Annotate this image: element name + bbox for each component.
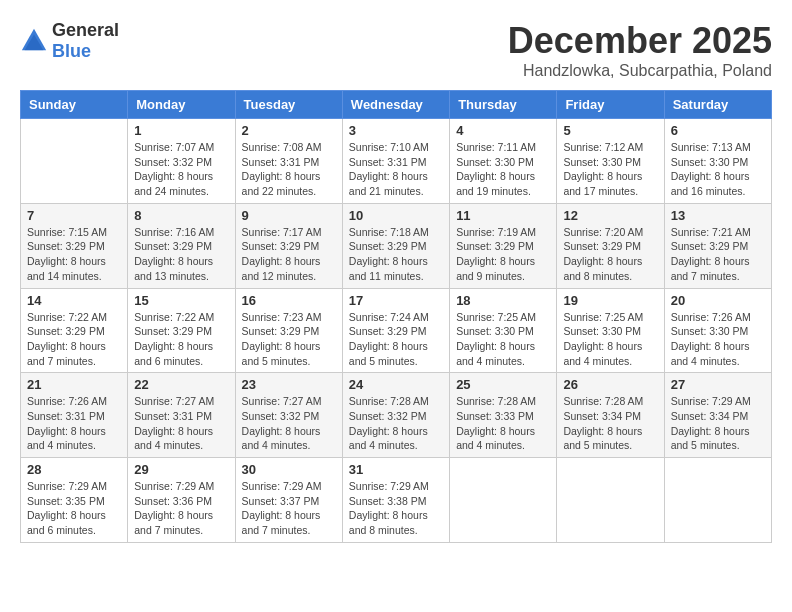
calendar-cell: 26Sunrise: 7:28 AMSunset: 3:34 PMDayligh… [557, 373, 664, 458]
day-number: 5 [563, 123, 657, 138]
calendar-cell [557, 458, 664, 543]
day-number: 16 [242, 293, 336, 308]
day-number: 30 [242, 462, 336, 477]
day-info: Sunrise: 7:29 AMSunset: 3:35 PMDaylight:… [27, 479, 121, 538]
day-info: Sunrise: 7:18 AMSunset: 3:29 PMDaylight:… [349, 225, 443, 284]
day-number: 24 [349, 377, 443, 392]
day-info: Sunrise: 7:27 AMSunset: 3:32 PMDaylight:… [242, 394, 336, 453]
day-number: 29 [134, 462, 228, 477]
calendar-cell: 28Sunrise: 7:29 AMSunset: 3:35 PMDayligh… [21, 458, 128, 543]
logo-icon [20, 27, 48, 55]
day-number: 20 [671, 293, 765, 308]
logo-text: General Blue [52, 20, 119, 62]
day-info: Sunrise: 7:07 AMSunset: 3:32 PMDaylight:… [134, 140, 228, 199]
day-number: 25 [456, 377, 550, 392]
day-number: 28 [27, 462, 121, 477]
day-number: 7 [27, 208, 121, 223]
day-number: 9 [242, 208, 336, 223]
day-info: Sunrise: 7:26 AMSunset: 3:31 PMDaylight:… [27, 394, 121, 453]
day-number: 13 [671, 208, 765, 223]
day-info: Sunrise: 7:20 AMSunset: 3:29 PMDaylight:… [563, 225, 657, 284]
day-info: Sunrise: 7:24 AMSunset: 3:29 PMDaylight:… [349, 310, 443, 369]
calendar-cell: 25Sunrise: 7:28 AMSunset: 3:33 PMDayligh… [450, 373, 557, 458]
calendar-cell: 17Sunrise: 7:24 AMSunset: 3:29 PMDayligh… [342, 288, 449, 373]
col-header-tuesday: Tuesday [235, 91, 342, 119]
location: Handzlowka, Subcarpathia, Poland [508, 62, 772, 80]
calendar-cell: 10Sunrise: 7:18 AMSunset: 3:29 PMDayligh… [342, 203, 449, 288]
day-number: 22 [134, 377, 228, 392]
calendar-cell: 30Sunrise: 7:29 AMSunset: 3:37 PMDayligh… [235, 458, 342, 543]
day-number: 21 [27, 377, 121, 392]
calendar-cell: 21Sunrise: 7:26 AMSunset: 3:31 PMDayligh… [21, 373, 128, 458]
day-number: 15 [134, 293, 228, 308]
day-info: Sunrise: 7:15 AMSunset: 3:29 PMDaylight:… [27, 225, 121, 284]
calendar-cell: 7Sunrise: 7:15 AMSunset: 3:29 PMDaylight… [21, 203, 128, 288]
calendar-cell: 5Sunrise: 7:12 AMSunset: 3:30 PMDaylight… [557, 119, 664, 204]
day-number: 1 [134, 123, 228, 138]
calendar-cell: 4Sunrise: 7:11 AMSunset: 3:30 PMDaylight… [450, 119, 557, 204]
page-header: General Blue December 2025 Handzlowka, S… [20, 20, 772, 80]
day-number: 18 [456, 293, 550, 308]
col-header-sunday: Sunday [21, 91, 128, 119]
day-info: Sunrise: 7:08 AMSunset: 3:31 PMDaylight:… [242, 140, 336, 199]
calendar-cell: 11Sunrise: 7:19 AMSunset: 3:29 PMDayligh… [450, 203, 557, 288]
day-info: Sunrise: 7:27 AMSunset: 3:31 PMDaylight:… [134, 394, 228, 453]
day-info: Sunrise: 7:28 AMSunset: 3:33 PMDaylight:… [456, 394, 550, 453]
calendar-cell: 27Sunrise: 7:29 AMSunset: 3:34 PMDayligh… [664, 373, 771, 458]
day-number: 26 [563, 377, 657, 392]
day-info: Sunrise: 7:28 AMSunset: 3:34 PMDaylight:… [563, 394, 657, 453]
calendar-cell: 1Sunrise: 7:07 AMSunset: 3:32 PMDaylight… [128, 119, 235, 204]
calendar-cell: 16Sunrise: 7:23 AMSunset: 3:29 PMDayligh… [235, 288, 342, 373]
calendar-cell: 14Sunrise: 7:22 AMSunset: 3:29 PMDayligh… [21, 288, 128, 373]
calendar-cell: 31Sunrise: 7:29 AMSunset: 3:38 PMDayligh… [342, 458, 449, 543]
day-info: Sunrise: 7:22 AMSunset: 3:29 PMDaylight:… [27, 310, 121, 369]
title-block: December 2025 Handzlowka, Subcarpathia, … [508, 20, 772, 80]
calendar-cell: 6Sunrise: 7:13 AMSunset: 3:30 PMDaylight… [664, 119, 771, 204]
day-info: Sunrise: 7:12 AMSunset: 3:30 PMDaylight:… [563, 140, 657, 199]
day-number: 17 [349, 293, 443, 308]
calendar-cell [21, 119, 128, 204]
calendar-cell: 15Sunrise: 7:22 AMSunset: 3:29 PMDayligh… [128, 288, 235, 373]
calendar-cell: 13Sunrise: 7:21 AMSunset: 3:29 PMDayligh… [664, 203, 771, 288]
day-number: 2 [242, 123, 336, 138]
day-info: Sunrise: 7:21 AMSunset: 3:29 PMDaylight:… [671, 225, 765, 284]
logo-blue: Blue [52, 41, 91, 61]
col-header-friday: Friday [557, 91, 664, 119]
day-info: Sunrise: 7:13 AMSunset: 3:30 PMDaylight:… [671, 140, 765, 199]
calendar-cell: 12Sunrise: 7:20 AMSunset: 3:29 PMDayligh… [557, 203, 664, 288]
calendar-cell: 24Sunrise: 7:28 AMSunset: 3:32 PMDayligh… [342, 373, 449, 458]
day-number: 11 [456, 208, 550, 223]
calendar-table: SundayMondayTuesdayWednesdayThursdayFrid… [20, 90, 772, 543]
calendar-cell: 19Sunrise: 7:25 AMSunset: 3:30 PMDayligh… [557, 288, 664, 373]
day-info: Sunrise: 7:25 AMSunset: 3:30 PMDaylight:… [563, 310, 657, 369]
day-info: Sunrise: 7:19 AMSunset: 3:29 PMDaylight:… [456, 225, 550, 284]
day-info: Sunrise: 7:29 AMSunset: 3:36 PMDaylight:… [134, 479, 228, 538]
day-number: 31 [349, 462, 443, 477]
day-info: Sunrise: 7:11 AMSunset: 3:30 PMDaylight:… [456, 140, 550, 199]
calendar-cell [664, 458, 771, 543]
calendar-cell: 23Sunrise: 7:27 AMSunset: 3:32 PMDayligh… [235, 373, 342, 458]
day-info: Sunrise: 7:28 AMSunset: 3:32 PMDaylight:… [349, 394, 443, 453]
calendar-cell: 2Sunrise: 7:08 AMSunset: 3:31 PMDaylight… [235, 119, 342, 204]
day-info: Sunrise: 7:29 AMSunset: 3:37 PMDaylight:… [242, 479, 336, 538]
day-info: Sunrise: 7:22 AMSunset: 3:29 PMDaylight:… [134, 310, 228, 369]
day-number: 12 [563, 208, 657, 223]
calendar-cell: 9Sunrise: 7:17 AMSunset: 3:29 PMDaylight… [235, 203, 342, 288]
calendar-cell: 3Sunrise: 7:10 AMSunset: 3:31 PMDaylight… [342, 119, 449, 204]
day-info: Sunrise: 7:10 AMSunset: 3:31 PMDaylight:… [349, 140, 443, 199]
day-number: 23 [242, 377, 336, 392]
calendar-cell [450, 458, 557, 543]
day-info: Sunrise: 7:25 AMSunset: 3:30 PMDaylight:… [456, 310, 550, 369]
calendar-cell: 8Sunrise: 7:16 AMSunset: 3:29 PMDaylight… [128, 203, 235, 288]
col-header-monday: Monday [128, 91, 235, 119]
day-info: Sunrise: 7:26 AMSunset: 3:30 PMDaylight:… [671, 310, 765, 369]
day-info: Sunrise: 7:16 AMSunset: 3:29 PMDaylight:… [134, 225, 228, 284]
calendar-cell: 29Sunrise: 7:29 AMSunset: 3:36 PMDayligh… [128, 458, 235, 543]
col-header-wednesday: Wednesday [342, 91, 449, 119]
day-number: 19 [563, 293, 657, 308]
day-info: Sunrise: 7:29 AMSunset: 3:38 PMDaylight:… [349, 479, 443, 538]
month-year: December 2025 [508, 20, 772, 62]
day-number: 10 [349, 208, 443, 223]
day-info: Sunrise: 7:17 AMSunset: 3:29 PMDaylight:… [242, 225, 336, 284]
day-number: 6 [671, 123, 765, 138]
